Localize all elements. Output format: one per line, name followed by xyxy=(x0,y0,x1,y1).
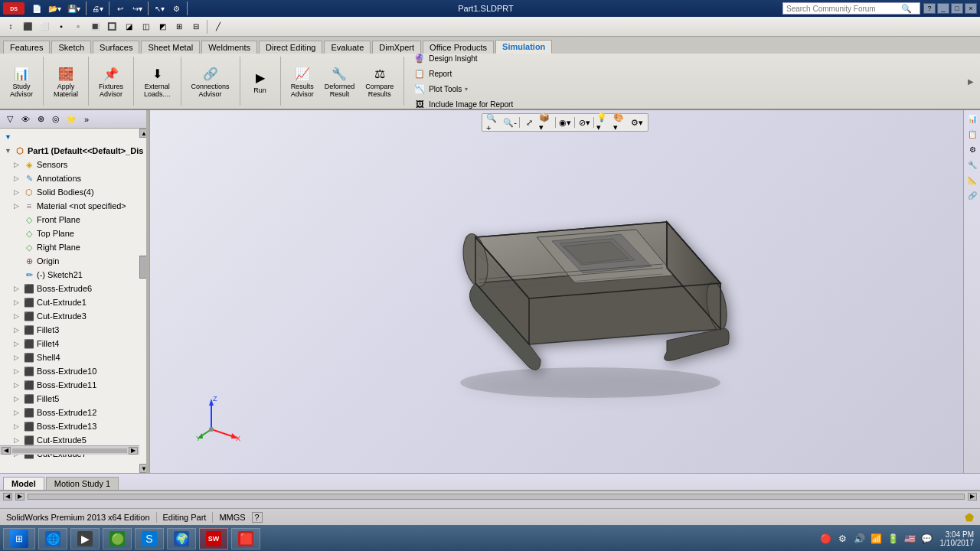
tab-direct-editing[interactable]: Direct Editing xyxy=(259,41,322,54)
tb-box2[interactable]: ⬜ xyxy=(37,19,52,34)
rs-btn1[interactable]: 📊 xyxy=(965,112,979,126)
start-btn[interactable]: ⊞ xyxy=(3,528,35,549)
ft-cut-extrude3[interactable]: ▷ ⬛ Cut-Extrude3 xyxy=(2,309,147,323)
maximize-btn[interactable]: □ xyxy=(951,3,963,14)
ft-hscroll[interactable]: ◀ ▶ xyxy=(0,445,139,455)
taskbar-media[interactable]: ▶ xyxy=(70,528,100,549)
taskbar-app6[interactable]: 🟥 xyxy=(231,528,260,549)
ft-cut-extrude1[interactable]: ▷ ⬛ Cut-Extrude1 xyxy=(2,295,147,309)
rebuild-btn[interactable]: ⚙ xyxy=(168,1,184,16)
tray-icon5[interactable]: 🔋 xyxy=(887,532,900,546)
appearance-btn[interactable]: 🎨▾ xyxy=(612,116,628,129)
pscroll-left[interactable]: ◀ xyxy=(3,493,12,500)
tab-sketch[interactable]: Sketch xyxy=(51,41,91,54)
section-view-btn[interactable]: ⊘▾ xyxy=(577,116,592,129)
fixtures-btn[interactable]: 📌 FixturesAdvisor xyxy=(95,62,127,100)
tray-icon6[interactable]: 🇺🇸 xyxy=(903,532,917,546)
undo-btn[interactable]: ↩ xyxy=(113,1,128,16)
lighting-btn[interactable]: 💡▾ xyxy=(596,116,611,129)
results-btn[interactable]: 📈 ResultsAdvisor xyxy=(287,62,318,100)
ft-fillet5[interactable]: ▷ ⬛ Fillet5 xyxy=(2,392,147,406)
tab-surfaces[interactable]: Surfaces xyxy=(93,41,139,54)
tray-icon1[interactable]: 🔴 xyxy=(819,532,833,546)
run-btn[interactable]: ▶ Run xyxy=(247,66,274,96)
tb-rotate[interactable]: ↕ xyxy=(3,19,18,34)
tb-box9[interactable]: ◩ xyxy=(155,19,170,34)
taskbar-app3[interactable]: 🟢 xyxy=(103,528,132,549)
zoom-in-btn[interactable]: 🔍+ xyxy=(485,116,501,129)
taskbar-skype[interactable]: S xyxy=(135,528,164,549)
plot-tools-btn[interactable]: 📉 Plot Tools ▾ xyxy=(410,82,962,96)
ft-right-plane[interactable]: ◇ Right Plane xyxy=(2,240,147,254)
status-help[interactable]: ? xyxy=(252,512,263,523)
taskbar-ie[interactable]: 🌐 xyxy=(38,528,67,549)
ft-fillet3[interactable]: ▷ ⬛ Fillet3 xyxy=(2,323,147,337)
rs-btn2[interactable]: 📋 xyxy=(965,127,979,141)
design-insight-btn[interactable]: 🔮 Design Insight xyxy=(410,51,962,65)
ft-solid-bodies[interactable]: ▷ ⬡ Solid Bodies(4) xyxy=(2,185,147,199)
report-btn[interactable]: 📋 Report xyxy=(410,67,962,80)
ft-origin[interactable]: ⊕ Origin xyxy=(2,254,147,268)
tab-motion-study[interactable]: Motion Study 1 xyxy=(46,477,119,490)
panel-eye[interactable]: 👁 xyxy=(18,112,32,126)
tb-box8[interactable]: ◫ xyxy=(138,19,153,34)
ft-boss-extrude6[interactable]: ▷ ⬛ Boss-Extrude6 xyxy=(2,282,147,295)
ft-boss-extrude12[interactable]: ▷ ⬛ Boss-Extrude12 xyxy=(2,406,147,419)
deformed-btn[interactable]: 🔧 DeformedResult xyxy=(321,62,359,100)
ft-boss-extrude11[interactable]: ▷ ⬛ Boss-Extrude11 xyxy=(2,378,147,392)
tab-weldments[interactable]: Weldments xyxy=(201,41,257,54)
tb-box1[interactable]: ⬛ xyxy=(20,19,35,34)
tb-box4[interactable]: ▫ xyxy=(70,19,86,34)
tb-box11[interactable]: ⊟ xyxy=(188,19,204,34)
tab-model[interactable]: Model xyxy=(3,477,44,490)
panel-add[interactable]: ⊕ xyxy=(34,112,47,126)
pscroll-track[interactable] xyxy=(28,494,965,500)
tray-icon4[interactable]: 📶 xyxy=(870,532,884,546)
tb-line[interactable]: ╱ xyxy=(211,19,226,34)
tab-sheet-metal[interactable]: Sheet Metal xyxy=(141,41,200,54)
taskbar-browser[interactable]: 🌍 xyxy=(167,528,196,549)
search-input[interactable] xyxy=(786,5,901,13)
tb-box7[interactable]: ◪ xyxy=(121,19,136,34)
minimize-btn[interactable]: _ xyxy=(937,3,949,14)
open-btn[interactable]: 📂▾ xyxy=(46,1,64,16)
new-btn[interactable]: 📄 xyxy=(29,1,44,16)
redo-btn[interactable]: ↪▾ xyxy=(129,1,145,16)
scroll-left[interactable]: ◀ xyxy=(2,447,11,455)
tb-box5[interactable]: 🔳 xyxy=(87,19,103,34)
taskbar-solidworks[interactable]: SW xyxy=(199,528,228,549)
print-btn[interactable]: 🖨▾ xyxy=(90,1,106,16)
close-btn[interactable]: × xyxy=(965,3,977,14)
viewport[interactable]: 🔍+ 🔍- ⤢ 📦▾ ◉▾ ⊘▾ 💡▾ 🎨▾ ⚙▾ xyxy=(150,110,980,473)
panel-circle[interactable]: ◎ xyxy=(49,112,63,126)
ft-sensors[interactable]: ▷ ◈ Sensors xyxy=(2,158,147,171)
connections-btn[interactable]: 🔗 ConnectionsAdvisor xyxy=(188,62,234,100)
tb-box10[interactable]: ⊞ xyxy=(172,19,187,34)
tray-icon2[interactable]: ⚙ xyxy=(836,532,850,546)
hscroll-thumb[interactable] xyxy=(12,448,127,453)
tb-box6[interactable]: 🔲 xyxy=(104,19,119,34)
panel-filter[interactable]: ▽ xyxy=(3,112,17,126)
zoom-out-btn[interactable]: 🔍- xyxy=(502,116,518,129)
ft-root[interactable]: ▼ ⬡ Part1 (Default<<Default>_Dis xyxy=(2,144,147,158)
tray-icon7[interactable]: 💬 xyxy=(920,532,934,546)
ft-filter[interactable]: ▼ xyxy=(2,130,147,144)
ft-boss-extrude10[interactable]: ▷ ⬛ Boss-Extrude10 xyxy=(2,364,147,378)
apply-material-btn[interactable]: 🧱 ApplyMaterial xyxy=(50,62,82,100)
tab-features[interactable]: Features xyxy=(3,41,50,54)
ft-fillet4[interactable]: ▷ ⬛ Fillet4 xyxy=(2,337,147,350)
study-advisor-btn[interactable]: 📊 StudyAdvisor xyxy=(6,62,37,100)
rs-btn6[interactable]: 🔗 xyxy=(965,188,979,202)
fit-view-btn[interactable]: ⤢ xyxy=(521,116,537,129)
display-style-btn[interactable]: ◉▾ xyxy=(557,116,573,129)
rs-btn4[interactable]: 🔧 xyxy=(965,158,979,171)
tb-box3[interactable]: ▪ xyxy=(54,19,69,34)
panel-star[interactable]: ⭐ xyxy=(64,112,78,126)
scroll-right[interactable]: ▶ xyxy=(129,447,138,455)
panel-resize-handle[interactable] xyxy=(146,110,149,473)
search-bar[interactable]: 🔍 xyxy=(782,2,920,15)
help-btn[interactable]: ? xyxy=(923,3,936,14)
view-orient-btn[interactable]: 📦▾ xyxy=(538,116,554,129)
panel-more[interactable]: » xyxy=(80,112,93,126)
ribbon-expand[interactable]: ▶ xyxy=(968,77,974,86)
